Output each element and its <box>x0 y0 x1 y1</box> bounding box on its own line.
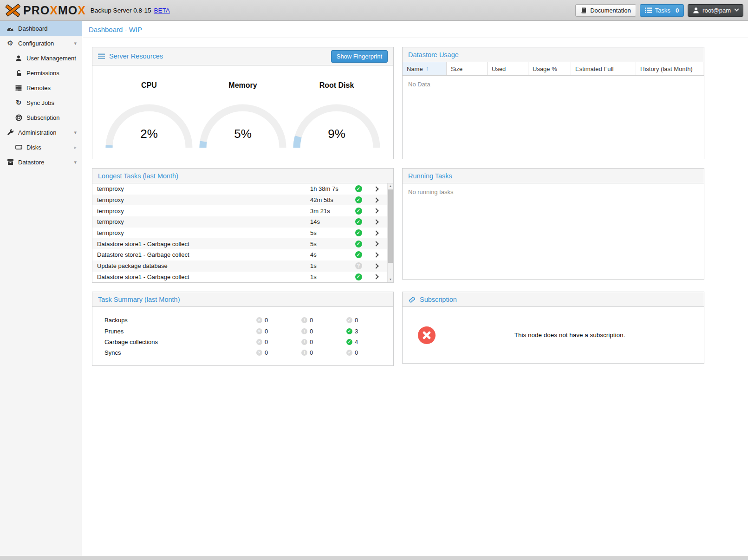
server-resources-header: Server Resources Show Fingerprint <box>92 47 393 65</box>
server-resources-panel: Server Resources Show Fingerprint CPU 2%… <box>92 47 394 159</box>
column-header-name[interactable]: Name ↑ <box>403 62 447 75</box>
subscription-panel: Subscription This node does not have a s… <box>402 292 704 364</box>
beta-link[interactable]: BETA <box>154 7 169 14</box>
column-header-usage-pct[interactable]: Usage % <box>528 62 571 75</box>
gauge-arc <box>105 103 193 150</box>
sidebar-item-configuration[interactable]: ⚙ Configuration ▾ <box>0 36 82 51</box>
summary-label: Backups <box>104 317 256 324</box>
ticket-icon <box>408 296 416 303</box>
tasks-button[interactable]: Tasks 0 <box>640 4 684 17</box>
user-menu-button[interactable]: root@pam <box>688 4 743 17</box>
scroll-up-icon[interactable]: ▲ <box>388 183 393 189</box>
ok-count: 4 <box>355 339 358 345</box>
gauge-title: Memory <box>196 81 289 90</box>
ok-circle-icon: ✓ <box>346 339 352 345</box>
sidebar-item-sync-jobs[interactable]: ↻ Sync Jobs <box>0 95 82 110</box>
gauge-value: 5% <box>196 127 289 141</box>
summary-row[interactable]: Garbage collections ×0 !0 ✓4 <box>92 337 393 347</box>
longest-tasks-title: Longest Tasks (last Month) <box>98 172 178 180</box>
ok-count: 0 <box>355 349 358 356</box>
open-task-icon[interactable] <box>373 186 378 191</box>
scrollbar-thumb[interactable] <box>388 189 393 263</box>
warning-circle-icon: ! <box>301 339 307 345</box>
task-duration: 5s <box>310 229 348 236</box>
task-row[interactable]: Datastore store1 - Garbage collect 1s ✓ <box>92 272 387 283</box>
sidebar-item-subscription[interactable]: Subscription <box>0 110 82 125</box>
gauge-arc <box>293 103 381 150</box>
gauge-arc <box>199 103 287 150</box>
check-circle-icon: ✓ <box>355 251 362 258</box>
column-header-history[interactable]: History (last Month) <box>636 62 703 75</box>
task-row[interactable]: termproxy 14s ✓ <box>92 216 387 228</box>
task-name: termproxy <box>97 208 310 215</box>
open-task-icon[interactable] <box>373 274 378 280</box>
task-row[interactable]: Datastore store1 - Garbage collect 4s ✓ <box>92 249 387 260</box>
scrollbar[interactable]: ▲ ▼ <box>387 183 393 282</box>
summary-row[interactable]: Backups ×0 !0 ✓0 <box>92 315 393 326</box>
running-tasks-title: Running Tasks <box>408 172 452 180</box>
check-circle-icon: ✓ <box>355 196 362 203</box>
ok-count: 3 <box>355 328 358 335</box>
datastore-usage-panel: Datastore Usage Name ↑ Size Used Usage %… <box>402 47 704 159</box>
open-task-icon[interactable] <box>373 208 378 214</box>
open-task-icon[interactable] <box>373 252 378 257</box>
task-row[interactable]: Datastore store1 - Garbage collect 5s ✓ <box>92 238 387 249</box>
proxmox-x-icon <box>4 3 21 18</box>
ok-circle-icon: ✓ <box>346 350 352 356</box>
wrench-icon <box>6 129 15 136</box>
ok-count: 0 <box>355 317 358 324</box>
column-header-size[interactable]: Size <box>447 62 488 75</box>
task-row[interactable]: termproxy 3m 21s ✓ <box>92 205 387 216</box>
summary-label: Syncs <box>104 349 256 356</box>
task-row[interactable]: termproxy 1h 38m 7s ✓ <box>92 183 387 195</box>
sidebar-item-dashboard[interactable]: Dashboard <box>0 21 82 36</box>
running-tasks-empty: No running tasks <box>403 183 704 201</box>
task-name: Datastore store1 - Garbage collect <box>97 273 310 280</box>
column-header-estimated-full[interactable]: Estimated Full <box>571 62 636 75</box>
open-task-icon[interactable] <box>373 219 378 224</box>
gauge-title: CPU <box>103 81 195 90</box>
gauge-value: 9% <box>290 127 383 141</box>
show-fingerprint-button[interactable]: Show Fingerprint <box>331 50 388 63</box>
error-count: 0 <box>265 339 268 345</box>
check-circle-icon: ✓ <box>355 218 362 225</box>
open-task-icon[interactable] <box>373 230 378 235</box>
task-row[interactable]: termproxy 42m 58s ✓ <box>92 195 387 206</box>
dashboard-icon <box>6 25 15 32</box>
task-name: termproxy <box>97 185 310 192</box>
task-name: Datastore store1 - Garbage collect <box>97 251 310 258</box>
column-header-used[interactable]: Used <box>488 62 528 75</box>
task-summary-title: Task Summary (last Month) <box>98 296 180 303</box>
ok-circle-icon: ✓ <box>346 317 352 323</box>
window-bottom-strip <box>0 556 748 560</box>
running-tasks-panel: Running Tasks No running tasks <box>402 168 704 280</box>
sidebar-item-remotes[interactable]: Remotes <box>0 80 82 95</box>
scroll-down-icon[interactable]: ▼ <box>388 277 393 282</box>
sidebar-item-permissions[interactable]: Permissions <box>0 65 82 80</box>
documentation-button[interactable]: Documentation <box>575 4 636 17</box>
summary-label: Garbage collections <box>104 339 256 345</box>
sidebar-item-user-management[interactable]: User Management <box>0 51 82 65</box>
sidebar-item-datastore[interactable]: Datastore ▾ <box>0 155 82 169</box>
summary-row[interactable]: Syncs ×0 !0 ✓0 <box>92 347 393 358</box>
main-content: Server Resources Show Fingerprint CPU 2%… <box>83 38 748 556</box>
logo-text: PROXMOX <box>23 4 86 17</box>
task-row[interactable]: Update package database 1s ? <box>92 260 387 272</box>
check-circle-icon: ✓ <box>355 229 362 236</box>
task-row[interactable]: termproxy 5s ✓ <box>92 228 387 239</box>
sidebar-item-disks[interactable]: Disks ▸ <box>0 140 82 155</box>
subscription-title: Subscription <box>420 296 457 303</box>
task-summary-panel: Task Summary (last Month) Backups ×0 !0 … <box>92 292 394 366</box>
submenu-icon: ▸ <box>74 144 77 150</box>
sidebar-item-administration[interactable]: Administration ▾ <box>0 125 82 140</box>
open-task-icon[interactable] <box>373 263 378 268</box>
error-count: 0 <box>265 317 268 324</box>
warning-circle-icon: ! <box>301 317 307 323</box>
expand-icon: ▾ <box>74 130 77 136</box>
task-duration: 5s <box>310 241 348 247</box>
summary-row[interactable]: Prunes ×0 !0 ✓3 <box>92 326 393 336</box>
open-task-icon[interactable] <box>373 197 378 202</box>
error-circle-icon: × <box>256 328 262 334</box>
gauge-value: 2% <box>103 127 195 141</box>
open-task-icon[interactable] <box>373 241 378 247</box>
